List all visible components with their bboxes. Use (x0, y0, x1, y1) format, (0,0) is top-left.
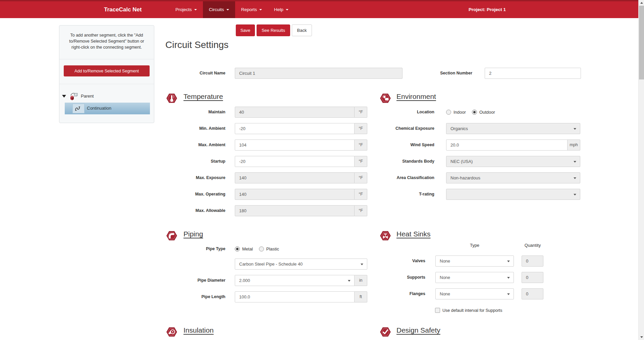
nav-item-help[interactable]: Help (268, 1, 294, 18)
page-title: Circuit Settings (165, 40, 228, 50)
pipe-diameter-label: Pipe Diameter (154, 275, 225, 286)
max-ambient-input[interactable]: 104 (235, 139, 355, 151)
tracecalc-circuit-settings-screen: TraceCalc Net Projects Circuits Reports … (0, 0, 644, 340)
chevron-down-icon (507, 293, 510, 295)
standards-body-select: NEC (USA) (446, 156, 580, 167)
continuation-segment-icon (72, 104, 85, 113)
segment-panel: To add another segment, click the "Add t… (59, 25, 154, 123)
flanges-type-select[interactable]: None (435, 288, 514, 299)
supports-label: Supports (354, 272, 425, 283)
chevron-down-icon (574, 128, 576, 130)
app-brand: TraceCalc Net (104, 1, 142, 18)
save-button[interactable]: Save (236, 24, 255, 36)
location-indoor-radio[interactable] (446, 110, 451, 115)
location-outdoor-radio[interactable] (472, 110, 477, 115)
pipe-type-plastic-radio[interactable] (259, 246, 264, 251)
max-allowable-input: 180 (235, 205, 355, 216)
pipe-type-radio-group: Metal Plastic (235, 243, 285, 254)
chevron-down-icon (259, 9, 262, 10)
pipe-material-select[interactable]: Carbon Steel Pipe - Schedule 40 (235, 259, 367, 270)
area-classification-select: Non-hazardous (446, 172, 580, 183)
location-indoor-label: Indoor (453, 110, 466, 115)
valves-type-select[interactable]: None (435, 256, 514, 267)
scroll-down-icon[interactable] (639, 334, 644, 340)
pipe-type-metal-label: Metal (242, 246, 253, 251)
insulation-section-title[interactable]: Insulation (183, 326, 214, 334)
top-navbar: TraceCalc Net Projects Circuits Reports … (0, 0, 638, 18)
min-ambient-label: Min. Ambient (154, 123, 225, 134)
startup-input[interactable]: -20 (235, 156, 355, 167)
max-ambient-label: Max. Ambient (154, 139, 225, 151)
wind-speed-label: Wind Speed (363, 139, 434, 151)
nav-item-reports[interactable]: Reports (235, 1, 268, 18)
temperature-section-title[interactable]: Temperature (183, 93, 223, 101)
chevron-down-icon (574, 194, 576, 195)
pipe-type-label: Pipe Type (154, 243, 225, 254)
temperature-icon (166, 93, 177, 104)
design-safety-section-title[interactable]: Design Safety (396, 326, 440, 334)
chevron-down-icon (507, 261, 510, 262)
add-remove-segment-button[interactable]: Add to/Remove Selected Segment (64, 65, 150, 76)
navbar-top-strip (0, 0, 638, 1)
t-rating-label: T-rating (363, 189, 434, 200)
heat-sinks-section-title[interactable]: Heat Sinks (396, 230, 431, 238)
default-interval-checkbox[interactable] (435, 308, 440, 313)
startup-group: -20 °F (235, 156, 367, 167)
divider (59, 59, 154, 59)
heat-sinks-icon (380, 230, 391, 241)
tree-node-parent[interactable]: Parent (59, 92, 154, 102)
environment-section-title[interactable]: Environment (396, 93, 436, 101)
piping-section-title[interactable]: Piping (183, 230, 203, 238)
pipe-diameter-select[interactable]: 2.000 (235, 275, 355, 286)
max-allowable-label: Max. Allowable (154, 205, 225, 216)
location-radio-group: Indoor Outdoor (446, 107, 501, 118)
standards-body-label: Standards Body (363, 156, 434, 167)
tree-node-continuation[interactable]: Continuation (65, 103, 150, 114)
back-button[interactable]: Back (292, 24, 312, 36)
max-exposure-label: Max. Exposure (154, 172, 225, 183)
chevron-down-icon (348, 280, 351, 282)
nav-item-circuits[interactable]: Circuits (203, 1, 235, 18)
max-exposure-group: 140 °F (235, 172, 367, 183)
pipe-length-group: 100.0 ft (235, 291, 367, 302)
max-allowable-unit: °F (355, 205, 367, 216)
nav-menu: Projects Circuits Reports Help (169, 1, 294, 18)
piping-icon (166, 230, 177, 241)
pipe-length-label: Pipe Length (154, 291, 225, 302)
section-number-label: Section Number (401, 68, 472, 79)
segment-instructions: To add another segment, click the "Add t… (65, 32, 149, 50)
max-allowable-group: 180 °F (235, 205, 367, 216)
min-ambient-input[interactable]: -20 (235, 123, 355, 134)
valves-label: Valves (354, 256, 425, 267)
max-ambient-group: 104 °F (235, 139, 367, 151)
area-classification-label: Area Classification (363, 172, 434, 183)
design-safety-icon (380, 326, 391, 338)
chevron-down-icon (286, 9, 288, 10)
see-results-button[interactable]: See Results (257, 24, 290, 36)
circuit-name-input: Circuit 1 (235, 68, 402, 79)
pipe-type-metal-radio[interactable] (235, 246, 240, 251)
heat-sinks-type-column-header: Type (435, 243, 514, 248)
wind-speed-group: 20.0 mph (446, 139, 580, 151)
maintain-input: 40 (235, 107, 355, 118)
pipe-length-input[interactable]: 100.0 (235, 291, 355, 302)
wind-speed-input[interactable]: 20.0 (446, 139, 568, 151)
min-ambient-group: -20 °F (235, 123, 367, 134)
section-number-input[interactable]: 2 (485, 68, 581, 79)
t-rating-select (446, 189, 580, 200)
max-operating-label: Max. Operating (154, 189, 225, 200)
chemical-exposure-select: Organics (446, 123, 580, 134)
parent-node-icon (69, 92, 79, 101)
default-interval-checkbox-label: Use default interval for Supports (442, 308, 502, 313)
flanges-label: Flanges (354, 288, 425, 299)
scrollbar-thumb[interactable] (639, 6, 644, 79)
tree-node-parent-label: Parent (81, 94, 94, 99)
nav-item-projects[interactable]: Projects (169, 1, 203, 18)
collapse-arrow-icon[interactable] (62, 95, 66, 98)
max-exposure-input: 140 (235, 172, 355, 183)
scroll-up-icon[interactable] (639, 0, 644, 6)
vertical-scrollbar[interactable] (638, 0, 644, 340)
supports-type-select[interactable]: None (435, 272, 514, 283)
divider (59, 84, 154, 84)
location-outdoor-label: Outdoor (479, 110, 495, 115)
